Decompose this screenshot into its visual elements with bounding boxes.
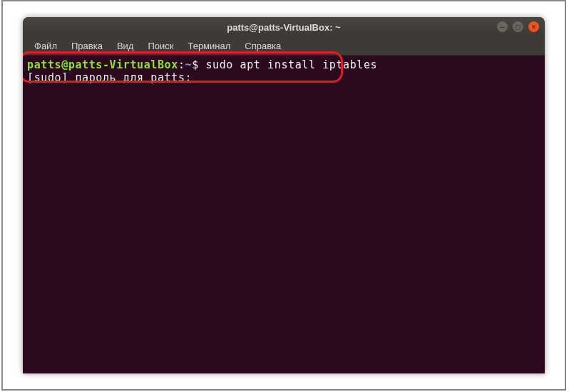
sudo-password-prompt: [sudo] пароль для patts: bbox=[27, 71, 199, 84]
maximize-button[interactable]: □ bbox=[513, 21, 523, 32]
menu-file[interactable]: Файл bbox=[29, 39, 63, 53]
window-title: patts@patts-VirtualBox: ~ bbox=[227, 22, 340, 33]
prompt-cwd: ~ bbox=[185, 58, 193, 71]
prompt-user-host: patts@patts-VirtualBox bbox=[27, 58, 178, 71]
close-button[interactable]: × bbox=[528, 21, 539, 32]
close-icon: × bbox=[531, 24, 535, 31]
window-controls: – □ × bbox=[497, 21, 539, 32]
prompt-dollar: $ bbox=[192, 58, 205, 71]
minimize-button[interactable]: – bbox=[497, 21, 508, 32]
menu-help[interactable]: Справка bbox=[239, 39, 287, 53]
terminal-line-1: patts@patts-VirtualBox:~$ sudo apt insta… bbox=[27, 58, 540, 71]
terminal-body[interactable]: patts@patts-VirtualBox:~$ sudo apt insta… bbox=[23, 56, 545, 373]
window-titlebar: patts@patts-VirtualBox: ~ – □ × bbox=[23, 17, 545, 37]
command-text: sudo apt install iptables bbox=[205, 58, 377, 71]
maximize-icon: □ bbox=[516, 24, 520, 31]
terminal-line-2: [sudo] пароль для patts: bbox=[27, 71, 540, 84]
menu-terminal[interactable]: Терминал bbox=[182, 39, 236, 53]
menubar: Файл Правка Вид Поиск Терминал Справка bbox=[23, 37, 545, 56]
menu-search[interactable]: Поиск bbox=[142, 39, 179, 53]
prompt-colon: : bbox=[178, 58, 185, 71]
terminal-window: patts@patts-VirtualBox: ~ – □ × Файл Пра… bbox=[23, 17, 545, 373]
menu-edit[interactable]: Правка bbox=[66, 39, 108, 53]
menu-view[interactable]: Вид bbox=[111, 39, 140, 53]
minimize-icon: – bbox=[500, 24, 504, 31]
